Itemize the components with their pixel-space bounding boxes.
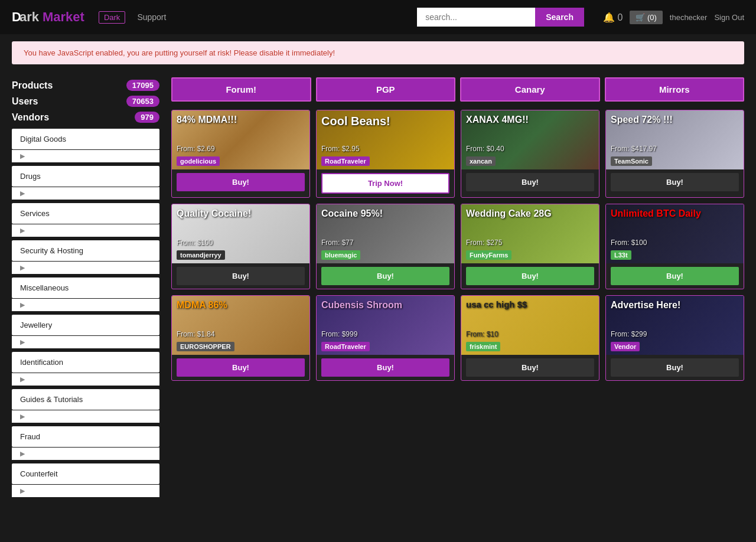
stat-label-products: Products	[12, 80, 53, 91]
buy-button-4[interactable]: Buy!	[177, 267, 305, 285]
stat-badge-users: 70653	[126, 96, 159, 107]
buy-button-8[interactable]: Buy!	[177, 358, 305, 377]
product-image-8: MDMA 86% From: $1.84 EUROSHOPPER	[172, 296, 309, 355]
product-image-2: XANAX 4MG!! From: $0.40 xancan	[461, 110, 599, 169]
logo: D ark Market	[12, 8, 84, 26]
sidebar-item-security[interactable]: Security & Hosting	[12, 240, 159, 261]
sidebar-arrow-jewellery[interactable]: ▶	[12, 336, 159, 348]
vendor-tag-1: RoadTraveler	[321, 156, 370, 166]
chevron-right-icon: ▶	[20, 450, 25, 458]
sidebar-item-jewellery[interactable]: Jewellery	[12, 315, 159, 335]
product-from-9: From: $999	[321, 330, 357, 338]
sidebar-item-digital-goods[interactable]: Digital Goods	[12, 129, 159, 149]
product-card-4: Quality Cocaine! From: $100 tomandjerryy…	[171, 204, 310, 289]
signout-link[interactable]: Sign Out	[714, 13, 744, 22]
product-image-11: Advertise Here! From: $299 Vendor	[606, 296, 744, 355]
product-overlay-5: Cocaine 95%! From: $77 bluemagic	[317, 204, 454, 263]
buy-button-11[interactable]: Buy!	[611, 358, 739, 377]
cat-label-misc: Miscellaneous	[20, 283, 69, 292]
product-overlay-7: Unlimited BTC Daily From: $100 L33t	[606, 204, 744, 263]
nav-buttons: Forum! PGP Canary Mirrors	[171, 77, 744, 102]
dark-badge[interactable]: Dark	[99, 11, 125, 24]
sidebar-arrow-identification[interactable]: ▶	[12, 373, 159, 386]
chevron-right-icon: ▶	[20, 152, 25, 160]
product-card-6: Wedding Cake 28G From: $275 FunkyFarms B…	[461, 204, 599, 289]
product-title-3: Speed 72% !!!	[611, 114, 739, 125]
bell-count: 0	[617, 12, 623, 22]
chevron-right-icon: ▶	[20, 413, 25, 420]
sidebar-item-drugs[interactable]: Drugs	[12, 166, 159, 187]
cat-label-jewellery: Jewellery	[20, 321, 52, 329]
buy-button-0[interactable]: Buy!	[177, 173, 305, 191]
sidebar-arrow-misc[interactable]: ▶	[12, 299, 159, 311]
vendor-tag-11: Vendor	[611, 342, 640, 351]
chevron-right-icon: ▶	[20, 190, 25, 197]
sidebar-arrow-fraud[interactable]: ▶	[12, 448, 159, 460]
product-title-1: Cool Beans!	[321, 114, 449, 128]
product-title-9: Cubensis Shroom	[321, 299, 449, 311]
sidebar-item-fraud[interactable]: Fraud	[12, 426, 159, 447]
forum-button[interactable]: Forum!	[171, 77, 311, 102]
vendor-tag-0: godelicious	[177, 156, 220, 166]
buy-button-3[interactable]: Buy!	[611, 173, 739, 191]
svg-text:ark: ark	[19, 9, 40, 24]
product-from-8: From: $1.84	[177, 330, 215, 338]
main-layout: Products 17095 Users 70653 Vendors 979 D…	[0, 71, 756, 503]
products-grid-row3: MDMA 86% From: $1.84 EUROSHOPPER Buy! Cu…	[171, 295, 744, 381]
sidebar-arrow-guides[interactable]: ▶	[12, 410, 159, 423]
product-image-7: Unlimited BTC Daily From: $100 L33t	[606, 204, 744, 263]
buy-button-10[interactable]: Buy!	[466, 358, 594, 377]
search-button[interactable]: Search	[535, 8, 584, 27]
product-image-6: Wedding Cake 28G From: $275 FunkyFarms	[461, 204, 599, 263]
sidebar-item-counterfeit[interactable]: Counterfeit	[12, 463, 159, 484]
product-from-1: From: $2.95	[321, 145, 360, 153]
product-card-1: Cool Beans! From: $2.95 RoadTraveler Tri…	[316, 110, 455, 198]
cat-label-security: Security & Hosting	[20, 246, 83, 255]
product-overlay-3: Speed 72% !!! From: $417.97 TeamSonic	[606, 110, 744, 169]
sidebar-arrow-drugs[interactable]: ▶	[12, 187, 159, 200]
product-from-4: From: $100	[177, 239, 213, 247]
sidebar-arrow-services[interactable]: ▶	[12, 224, 159, 237]
cart-count: (0)	[647, 13, 657, 22]
product-overlay-1: Cool Beans! From: $2.95 RoadTraveler	[317, 110, 454, 169]
sidebar-arrow-counterfeit[interactable]: ▶	[12, 485, 159, 497]
cat-label-fraud: Fraud	[20, 432, 40, 441]
vendor-tag-8: EUROSHOPPER	[177, 342, 234, 351]
cat-label-services: Services	[20, 209, 50, 218]
product-from-5: From: $77	[321, 239, 354, 247]
buy-button-2[interactable]: Buy!	[466, 173, 594, 191]
chevron-right-icon: ▶	[20, 376, 25, 383]
username: thechecker	[670, 13, 708, 22]
cart-icon[interactable]: 🛒 (0)	[630, 11, 663, 24]
sidebar-item-misc[interactable]: Miscellaneous	[12, 277, 159, 298]
mirrors-button[interactable]: Mirrors	[605, 77, 745, 102]
chevron-right-icon: ▶	[20, 301, 25, 309]
buy-button-9[interactable]: Buy!	[321, 358, 449, 377]
product-from-2: From: $0.40	[466, 145, 504, 153]
canary-button[interactable]: Canary	[460, 77, 600, 102]
bell-icon[interactable]: 🔔 0	[603, 12, 623, 23]
product-image-4: Quality Cocaine! From: $100 tomandjerryy	[172, 204, 309, 263]
product-card-7: Unlimited BTC Daily From: $100 L33t Buy!	[605, 204, 744, 289]
product-overlay-11: Advertise Here! From: $299 Vendor	[606, 296, 744, 355]
sidebar-arrow-security[interactable]: ▶	[12, 262, 159, 274]
buy-button-5[interactable]: Buy!	[321, 267, 449, 285]
buy-button-7[interactable]: Buy!	[611, 267, 739, 285]
trip-button-1[interactable]: Trip Now!	[321, 173, 449, 194]
stat-badge-vendors: 979	[135, 112, 159, 123]
header-icons: 🔔 0 🛒 (0) thechecker Sign Out	[603, 11, 744, 24]
sidebar-item-services[interactable]: Services	[12, 203, 159, 224]
buy-button-6[interactable]: Buy!	[466, 267, 594, 285]
sidebar-item-identification[interactable]: Identification	[12, 352, 159, 373]
js-alert: You have JavaScript enabled, you are put…	[12, 41, 744, 64]
sidebar-item-guides[interactable]: Guides & Tutorials	[12, 389, 159, 410]
pgp-button[interactable]: PGP	[316, 77, 456, 102]
support-link[interactable]: Support	[137, 12, 166, 22]
product-title-7: Unlimited BTC Daily	[611, 208, 739, 219]
sidebar-arrow-digital-goods[interactable]: ▶	[12, 150, 159, 162]
search-input[interactable]	[417, 8, 535, 27]
product-from-0: From: $2.69	[177, 145, 215, 153]
vendor-tag-7: L33t	[611, 250, 631, 260]
vendor-tag-4: tomandjerryy	[177, 250, 225, 260]
cat-label-digital-goods: Digital Goods	[20, 135, 66, 143]
